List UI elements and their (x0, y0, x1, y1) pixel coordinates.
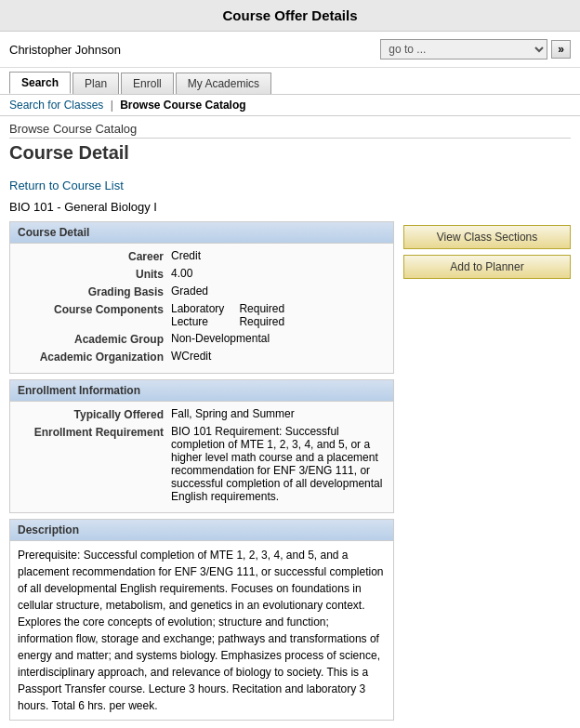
field-career: Career Credit (18, 249, 386, 263)
label-grading-basis: Grading Basis (18, 285, 171, 298)
field-academic-group: Academic Group Non-Developmental (18, 332, 386, 346)
breadcrumb-link-search[interactable]: Search for Classes (9, 99, 103, 112)
label-academic-group: Academic Group (18, 332, 171, 346)
add-to-planner-button[interactable]: Add to Planner (403, 255, 571, 279)
field-academic-org: Academic Organization WCredit (18, 350, 386, 364)
label-academic-org: Academic Organization (18, 350, 171, 364)
field-course-components: Course Components Laboratory Required Le… (18, 302, 386, 328)
main-table: Course Detail Career Credit Units 4.00 G… (9, 221, 571, 726)
page-heading: Course Detail (0, 139, 580, 171)
value-academic-org: WCredit (171, 350, 211, 363)
course-detail-body: Career Credit Units 4.00 Grading Basis G… (10, 244, 393, 373)
tab-enroll[interactable]: Enroll (121, 73, 174, 94)
field-enrollment-req: Enrollment Requirement BIO 101 Requireme… (18, 425, 386, 503)
return-link-top[interactable]: Return to Course List (9, 179, 124, 192)
view-class-sections-button[interactable]: View Class Sections (403, 225, 571, 249)
comp-row-laboratory: Laboratory Required (171, 302, 299, 315)
value-grading-basis: Graded (171, 285, 208, 298)
tab-plan[interactable]: Plan (72, 73, 119, 94)
tabs-row: Search Plan Enroll My Academics (0, 68, 580, 95)
comp-name-laboratory: Laboratory (171, 302, 239, 315)
value-academic-group: Non-Developmental (171, 332, 270, 345)
section-title: Browse Course Catalog (0, 116, 580, 138)
description-box: Description Prerequisite: Successful com… (9, 519, 394, 721)
goto-container: go to ... » (380, 39, 571, 60)
field-units: Units 4.00 (18, 267, 386, 281)
comp-row-lecture: Lecture Required (171, 315, 299, 328)
tab-search[interactable]: Search (9, 72, 71, 94)
page-title: Course Offer Details (222, 7, 357, 23)
top-bar: Christopher Johnson go to ... » (0, 32, 580, 68)
content-area: Return to Course List BIO 101 - General … (0, 171, 580, 728)
label-course-components: Course Components (18, 302, 171, 316)
comp-req-laboratory: Required (239, 302, 299, 315)
enrollment-info-body: Typically Offered Fall, Spring and Summe… (10, 402, 393, 512)
course-id-line: BIO 101 - General Biology I (9, 200, 571, 214)
label-units: Units (18, 267, 171, 281)
user-name: Christopher Johnson (9, 43, 121, 57)
tab-my-academics[interactable]: My Academics (176, 73, 271, 94)
description-text: Prerequisite: Successful completion of M… (10, 541, 393, 720)
value-typically-offered: Fall, Spring and Summer (171, 407, 295, 420)
page-title-bar: Course Offer Details (0, 0, 580, 32)
course-detail-header: Course Detail (10, 222, 393, 244)
label-career: Career (18, 249, 171, 263)
goto-button[interactable]: » (551, 40, 571, 59)
enrollment-info-box: Enrollment Information Typically Offered… (9, 379, 394, 513)
comp-table: Laboratory Required Lecture Required (171, 302, 299, 328)
description-header: Description (10, 520, 393, 541)
breadcrumb: Search for Classes | Browse Course Catal… (0, 95, 580, 116)
value-units: 4.00 (171, 267, 192, 280)
comp-name-lecture: Lecture (171, 315, 239, 328)
field-typically-offered: Typically Offered Fall, Spring and Summe… (18, 407, 386, 421)
value-enrollment-req: BIO 101 Requirement: Successful completi… (171, 425, 386, 503)
comp-req-lecture: Required (239, 315, 299, 328)
field-grading-basis: Grading Basis Graded (18, 285, 386, 298)
enrollment-info-header: Enrollment Information (10, 380, 393, 402)
breadcrumb-current: Browse Course Catalog (120, 99, 245, 112)
left-panel: Course Detail Career Credit Units 4.00 G… (9, 221, 394, 726)
course-detail-box: Course Detail Career Credit Units 4.00 G… (9, 221, 394, 374)
label-typically-offered: Typically Offered (18, 407, 171, 421)
right-panel: View Class Sections Add to Planner (403, 221, 571, 726)
value-course-components: Laboratory Required Lecture Required (171, 302, 299, 328)
label-enrollment-req: Enrollment Requirement (18, 425, 171, 439)
goto-select[interactable]: go to ... (380, 39, 547, 60)
breadcrumb-separator: | (111, 99, 113, 112)
value-career: Credit (171, 249, 201, 262)
